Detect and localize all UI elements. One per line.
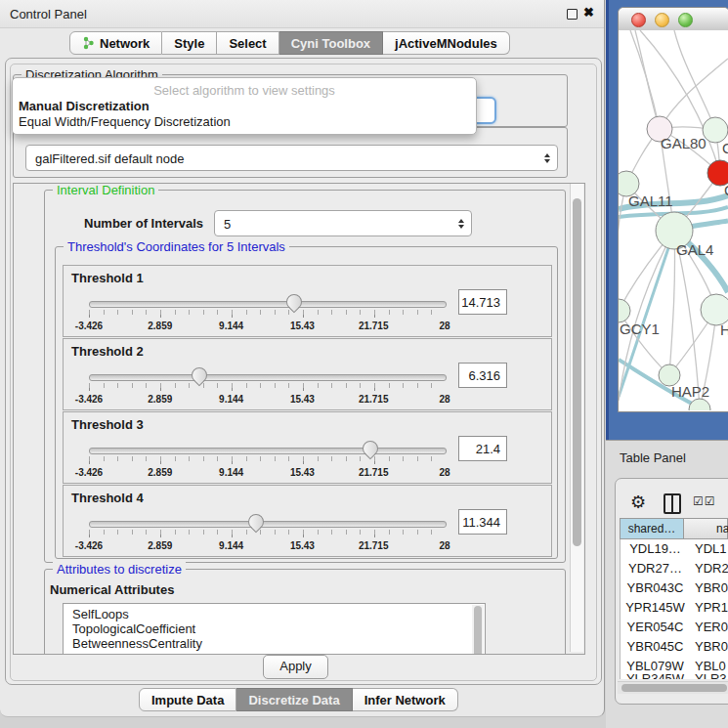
popup-item-equal-width-frequency[interactable]: Equal Width/Frequency Discretization [19, 114, 231, 129]
list-item-topologicalcoefficient[interactable]: TopologicalCoefficient [72, 621, 195, 636]
threshold-3-slider: -3.426 2.859 9.144 15.43 21.715 28 [89, 440, 445, 475]
tab-select[interactable]: Select [217, 31, 278, 55]
checkbox-icons[interactable]: ☑☑ [693, 494, 716, 508]
popup-hint-text: Select algorithm to view settings [13, 83, 476, 98]
threshold-4-slider: -3.426 2.859 9.144 15.43 21.715 28 [89, 513, 445, 548]
algorithm-dropdown-popup: Select algorithm to view settings Manual… [12, 77, 477, 135]
tab-network[interactable]: Network [69, 31, 162, 55]
threshold-2-panel: Threshold 2 -3.426 2.859 9.144 15.43 21.… [63, 338, 552, 410]
threshold-2-slider: -3.426 2.859 9.144 15.43 21.715 28 [89, 366, 445, 402]
number-of-intervals-label: Number of Intervals [84, 216, 203, 231]
threshold-1-panel: Threshold 1 -3.426 2.859 9.144 15.43 21.… [63, 265, 552, 337]
slider-tick-labels: -3.426 2.859 9.144 15.43 21.715 28 [89, 467, 445, 479]
slider-track[interactable] [89, 448, 447, 454]
label-h: H [720, 321, 728, 338]
list-scrollbar[interactable] [472, 605, 484, 655]
table-data-combobox[interactable]: galFiltered.sif default node [25, 145, 558, 171]
settings-scrollbar[interactable] [570, 184, 583, 652]
table-row[interactable]: YER054CYER0 [621, 618, 728, 637]
table-horizontal-scrollbar[interactable] [618, 681, 728, 694]
combo-stepper-icon [458, 219, 464, 229]
label-gcy1: GCY1 [620, 321, 660, 337]
tab-style[interactable]: Style [162, 31, 217, 55]
list-item-betweennesscentrality[interactable]: BetweennessCentrality [72, 636, 202, 651]
table-row[interactable]: YLR345WYLR3 [621, 669, 728, 679]
number-of-intervals-combobox[interactable]: 5 [214, 210, 472, 236]
tab-infer-label: Infer Network [364, 693, 446, 707]
slider-track[interactable] [89, 301, 447, 308]
tab-jactive-label: jActiveMNodules [395, 36, 497, 51]
panel-title: Control Panel [10, 7, 87, 21]
threshold-2-label: Threshold 2 [71, 344, 144, 359]
list-item-selfloops[interactable]: SelfLoops [72, 607, 129, 621]
slider-minor-ticks [89, 530, 446, 535]
threshold-1-value-field[interactable]: 14.713 [458, 289, 507, 315]
attributes-to-discretize-group: Attributes to discretize Numerical Attri… [44, 569, 566, 655]
table-row[interactable]: YBR043CYBR0 [621, 578, 728, 598]
table-panel-title: Table Panel [620, 450, 686, 465]
interval-definition-group: Interval Definition Number of Intervals … [44, 190, 566, 563]
control-panel: Control Panel ✖ Network Style Select Cyn… [0, 0, 605, 717]
numerical-attributes-label: Numerical Attributes [50, 582, 174, 597]
apply-button[interactable]: Apply [263, 655, 328, 679]
network-icon [82, 36, 95, 50]
settings-scrollpane: Interval Definition Number of Intervals … [13, 183, 585, 655]
table-row[interactable]: YDL19…YDL1 [621, 539, 728, 559]
tab-discretize-label: Discretize Data [248, 693, 339, 707]
threshold-3-panel: Threshold 3 -3.426 2.859 9.144 15.43 21.… [63, 411, 552, 484]
label-gal80: GAL80 [661, 135, 707, 151]
table-header: shared… na [620, 518, 728, 539]
tab-cyni-label: Cyni Toolbox [291, 36, 370, 51]
tab-impute-data[interactable]: Impute Data [139, 688, 236, 711]
tab-impute-label: Impute Data [151, 693, 224, 707]
number-of-intervals-value: 5 [224, 216, 231, 231]
combo-stepper-icon [544, 153, 550, 163]
table-data-value: galFiltered.sif default node [35, 150, 184, 165]
tab-jactivemnodules[interactable]: jActiveMNodules [383, 31, 510, 55]
tab-cyni-toolbox[interactable]: Cyni Toolbox [279, 31, 383, 55]
tab-select-label: Select [229, 36, 266, 51]
label-c: C [724, 182, 728, 198]
network-canvas[interactable]: GAL80 GA C GAL11 GAL4 GCY1 H HAP2 [606, 0, 728, 440]
tab-discretize-data[interactable]: Discretize Data [236, 688, 352, 711]
threshold-2-value-field[interactable]: 6.316 [458, 363, 507, 388]
table-row[interactable]: YDR27…YDR2 [621, 559, 728, 578]
threshold-4-panel: Threshold 4 -3.426 2.859 9.144 15.43 21.… [63, 485, 552, 557]
column-header-name[interactable]: na [684, 518, 728, 539]
slider-tick-labels: -3.426 2.859 9.144 15.43 21.715 28 [89, 394, 445, 406]
slider-minor-ticks [89, 456, 446, 461]
gear-icon[interactable]: ⚙ [630, 492, 646, 513]
threshold-3-value-field[interactable]: 21.4 [458, 436, 507, 461]
attributes-to-discretize-label: Attributes to discretize [53, 562, 186, 577]
threshold-4-label: Threshold 4 [71, 491, 144, 505]
node-gcy1[interactable] [607, 299, 630, 322]
table-rows: YDL19…YDL1 YDR27…YDR2 YBR043CYBR0 YPR145… [620, 539, 728, 679]
label-ga: GA [722, 140, 728, 156]
slider-track[interactable] [89, 521, 447, 528]
tab-style-label: Style [174, 36, 204, 51]
tab-infer-network[interactable]: Infer Network [353, 688, 458, 711]
slider-track[interactable] [89, 374, 447, 381]
table-row[interactable]: YPR145WYPR1 [621, 598, 728, 618]
close-icon[interactable]: ✖ [583, 5, 594, 20]
thresholds-coordinates-group: Threshold's Coordinates for 5 Intervals … [55, 246, 558, 559]
split-columns-icon[interactable] [664, 493, 681, 514]
popup-item-manual-discretization[interactable]: Manual Discretization [19, 99, 150, 113]
table-row[interactable]: YBR045CYBR0 [621, 637, 728, 657]
slider-minor-ticks [89, 310, 446, 315]
slider-tick-labels: -3.426 2.859 9.144 15.43 21.715 28 [89, 540, 445, 552]
threshold-1-slider: -3.426 2.859 9.144 15.43 21.715 28 [89, 293, 445, 328]
float-window-icon[interactable] [567, 9, 578, 20]
slider-tick-labels: -3.426 2.859 9.144 15.43 21.715 28 [89, 321, 445, 332]
slider-minor-ticks [89, 383, 446, 388]
control-panel-titlebar: Control Panel ✖ [0, 0, 604, 28]
threshold-3-label: Threshold 3 [71, 417, 144, 432]
label-gal11: GAL11 [628, 193, 673, 209]
threshold-4-value-field[interactable]: 11.344 [458, 509, 507, 535]
interval-definition-label: Interval Definition [53, 183, 158, 197]
node-bottom[interactable] [689, 399, 710, 420]
bottom-tab-bar: Impute Data Discretize Data Infer Networ… [139, 688, 458, 711]
main-tab-bar: Network Style Select Cyni Toolbox jActiv… [69, 31, 510, 55]
column-header-shared[interactable]: shared… [620, 518, 684, 539]
threshold-1-label: Threshold 1 [71, 271, 144, 285]
